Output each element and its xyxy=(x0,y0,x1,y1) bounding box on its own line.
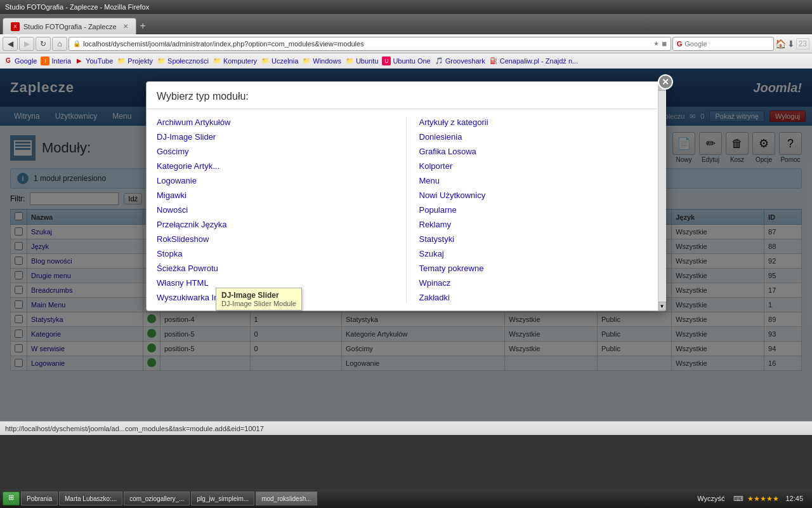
new-tab-button[interactable]: + xyxy=(136,18,150,34)
downloads-icon[interactable]: ⬇ xyxy=(787,39,795,49)
modal-right-column: Artykuły z kategoriiDoniesieniaGrafika L… xyxy=(419,117,656,303)
projekty-icon: 📁 xyxy=(117,57,126,65)
uczelnia-icon: 📁 xyxy=(261,57,270,65)
windows-icon: 📁 xyxy=(302,57,311,65)
bookmark-grooveshark[interactable]: 🎵 Grooveshark xyxy=(435,57,485,65)
tab-label: Studio FOTOgrafia - Zaplecze xyxy=(23,23,117,30)
taskbar-end-label[interactable]: Wyczyść xyxy=(693,495,728,502)
bookmark-windows[interactable]: 📁 Windows xyxy=(302,57,341,65)
bookmark-cenapaliw[interactable]: ⛽ Cenapaliw.pl - Znajdź n... xyxy=(489,57,579,65)
youtube-icon: ▶ xyxy=(75,57,84,65)
bookmark-ubuntu[interactable]: 📁 Ubuntu xyxy=(345,57,378,65)
address-bar[interactable]: 🔒 ★ ◼ xyxy=(69,37,671,51)
bookmark-interia[interactable]: I Interia xyxy=(41,57,71,65)
start-button[interactable]: ⊞ xyxy=(3,491,20,505)
tooltip-title: DJ-Image Slider xyxy=(221,291,296,300)
task-rokslidesh[interactable]: mod_rokslidesh... xyxy=(256,491,317,505)
task-simpleim[interactable]: plg_jw_simpleim... xyxy=(191,491,254,505)
scroll-down-button[interactable]: ▼ xyxy=(658,302,666,311)
module-type-link[interactable]: Grafika Losowa xyxy=(419,146,656,157)
module-type-link[interactable]: Wpinacz xyxy=(419,277,656,288)
modal-close-button[interactable]: ✕ xyxy=(658,74,673,90)
module-type-link[interactable]: Tematy pokrewne xyxy=(419,263,656,274)
module-type-link[interactable]: Przełącznik Języka xyxy=(157,219,393,230)
taskbar-system-tray: ⌨ ★★★★★ 12:45 xyxy=(730,495,809,503)
module-type-link[interactable]: DJ-Image Slider xyxy=(157,131,393,142)
module-type-link[interactable]: Kategorie Artyk... xyxy=(157,161,393,171)
modal-overlay: ✕ Wybierz typ modułu: Archiwum Artykułów… xyxy=(0,69,812,421)
komputery-icon: 📁 xyxy=(213,57,221,65)
module-type-link[interactable]: Nowi Użytkownicy xyxy=(419,190,656,201)
task-marta[interactable]: Marta Lubaszko:... xyxy=(59,491,122,505)
modal-scrollbar[interactable]: ▲ ▼ xyxy=(658,82,665,311)
bookmark-uczelnia[interactable]: 📁 Uczelnia xyxy=(261,57,298,65)
module-type-link[interactable]: Migawki xyxy=(157,190,393,201)
bookmark-ubuntu-one[interactable]: U Ubuntu One xyxy=(382,57,430,65)
bookmark-projekty[interactable]: 📁 Projekty xyxy=(117,57,153,65)
module-type-link[interactable]: Gościmy xyxy=(157,146,393,157)
tab-favicon: X xyxy=(11,22,20,31)
content-frame: Zaplecze Joomla! Witryna Użytkownicy Men… xyxy=(0,69,812,421)
title-bar: Studio FOTOgrafia - Zaplecze - Mozilla F… xyxy=(0,0,812,14)
search-bar[interactable]: G xyxy=(672,37,774,51)
security-icon: 🔒 xyxy=(73,40,81,47)
modal-body: Archiwum ArtykułówDJ-Image SliderGościmy… xyxy=(147,109,665,311)
module-type-link[interactable]: Popularne xyxy=(419,204,656,215)
tab-bar: X Studio FOTOgrafia - Zaplecze ✕ + xyxy=(0,14,812,34)
grooveshark-icon: 🎵 xyxy=(435,57,443,65)
address-input[interactable] xyxy=(83,40,651,48)
spolecznosci-icon: 📁 xyxy=(157,57,166,65)
bookmarks-bar: G Google I Interia ▶ YouTube 📁 Projekty … xyxy=(0,53,812,69)
cenapaliw-icon: ⛽ xyxy=(489,57,498,65)
clock: 12:45 xyxy=(783,495,806,502)
reload-button[interactable]: ↻ xyxy=(36,37,51,51)
modal-left-column: Archiwum ArtykułówDJ-Image SliderGościmy… xyxy=(157,117,393,303)
module-type-link[interactable]: Statystyki xyxy=(419,234,656,244)
nav-bar: ◀ ▶ ↻ ⌂ 🔒 ★ ◼ G 🏠 ⬇ 23 xyxy=(0,34,812,53)
module-type-link[interactable]: Szukaj xyxy=(419,248,656,259)
bookmark-komputery[interactable]: 📁 Komputery xyxy=(213,57,257,65)
module-type-link[interactable]: Ścieżka Powrotu xyxy=(157,263,393,274)
bookmark-google[interactable]: G Google xyxy=(4,57,37,65)
window-title: Studio FOTOgrafia - Zaplecze - Mozilla F… xyxy=(5,3,149,11)
module-type-link[interactable]: Doniesienia xyxy=(419,131,656,142)
start-icon: ⊞ xyxy=(8,493,14,501)
star-rating: ★★★★★ xyxy=(747,495,779,503)
module-type-link[interactable]: Kolporter xyxy=(419,161,656,171)
forward-button[interactable]: ▶ xyxy=(19,37,34,51)
module-type-link[interactable]: Reklamy xyxy=(419,219,656,230)
search-engine-icon: G xyxy=(677,40,683,48)
modal-title: Wybierz typ modułu: xyxy=(147,82,665,109)
interia-icon: I xyxy=(41,57,49,65)
bookmark-youtube[interactable]: ▶ YouTube xyxy=(75,57,113,65)
module-type-link[interactable]: Stopka xyxy=(157,248,393,259)
bookmark-spolecznosci[interactable]: 📁 Społeczności xyxy=(157,57,209,65)
search-input[interactable] xyxy=(684,40,772,48)
module-type-link[interactable]: Logowanie xyxy=(157,175,393,186)
nav-addon-icon[interactable]: 23 xyxy=(796,38,809,50)
task-oziogallery[interactable]: com_oziogallery_... xyxy=(124,491,190,505)
module-type-link[interactable]: RokSlideshow xyxy=(157,234,393,244)
modal-divider xyxy=(406,117,407,303)
ubuntu-one-icon: U xyxy=(382,57,391,65)
scroll-track xyxy=(658,91,666,302)
active-tab[interactable]: X Studio FOTOgrafia - Zaplecze ✕ xyxy=(3,18,136,34)
module-type-link[interactable]: Nowości xyxy=(157,204,393,215)
home-button[interactable]: ⌂ xyxy=(52,37,67,51)
status-bar: http://localhost/dyschemist/joomla/ad...… xyxy=(0,421,812,435)
module-type-modal: ✕ Wybierz typ modułu: Archiwum Artykułów… xyxy=(146,81,666,311)
bookmark-star-icon[interactable]: ★ xyxy=(653,40,659,47)
module-type-link[interactable]: Zakładki xyxy=(419,292,656,303)
ubuntu-icon: 📁 xyxy=(345,57,354,65)
status-url: http://localhost/dyschemist/joomla/ad...… xyxy=(5,425,807,432)
module-tooltip: DJ-Image Slider DJ-Image Slider Module xyxy=(216,288,302,311)
back-button[interactable]: ◀ xyxy=(3,37,18,51)
module-type-link[interactable]: Menu xyxy=(419,175,656,186)
task-pobrania[interactable]: Pobrania xyxy=(21,491,58,505)
module-type-link[interactable]: Własny HTML xyxy=(157,277,393,288)
taskbar: ⊞ Pobrania Marta Lubaszko:... com_ozioga… xyxy=(0,489,812,508)
module-type-link[interactable]: Archiwum Artykułów xyxy=(157,117,393,128)
tooltip-description: DJ-Image Slider Module xyxy=(221,300,296,307)
module-type-link[interactable]: Artykuły z kategorii xyxy=(419,117,656,128)
tab-close-icon[interactable]: ✕ xyxy=(123,23,128,30)
